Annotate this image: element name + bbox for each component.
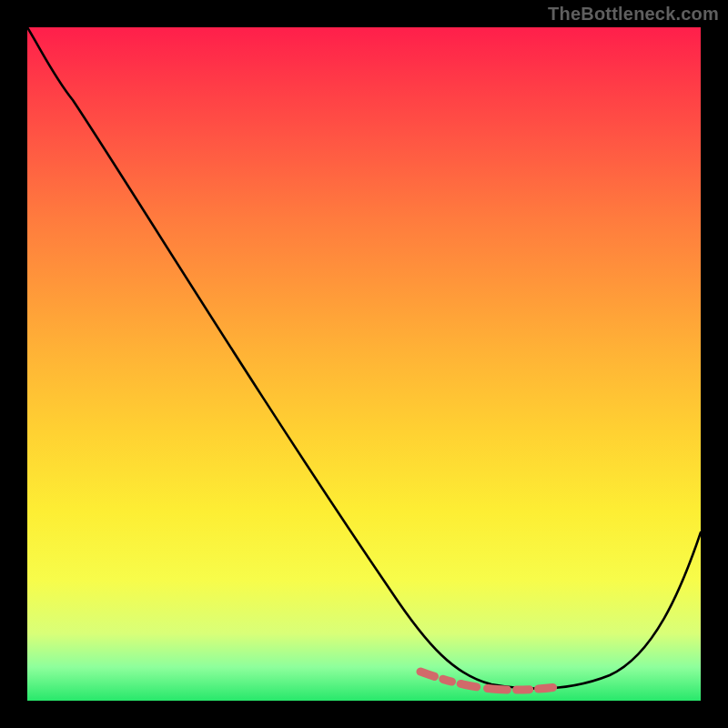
chart-frame: TheBottleneck.com — [0, 0, 728, 728]
watermark-text: TheBottleneck.com — [548, 4, 719, 25]
highlight-band — [420, 672, 610, 690]
bottleneck-curve — [27, 27, 701, 689]
curve-layer — [27, 27, 701, 701]
plot-area — [27, 27, 701, 701]
